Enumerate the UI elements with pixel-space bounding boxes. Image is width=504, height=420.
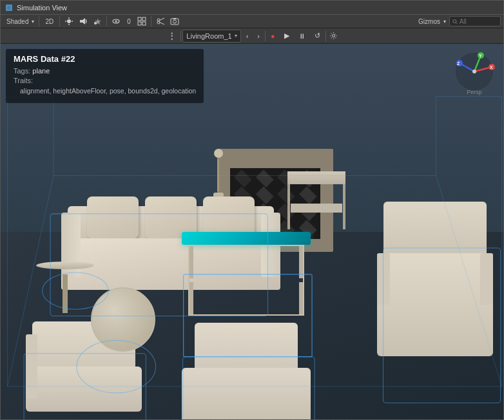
rs-arm-right bbox=[480, 253, 493, 305]
gizmo-axes-svg: Y X Z bbox=[452, 49, 497, 94]
bcc-body bbox=[182, 368, 311, 419]
t2-sep-3 bbox=[325, 31, 326, 41]
round-table bbox=[91, 287, 155, 352]
separator-1 bbox=[39, 16, 39, 26]
grid-btn[interactable] bbox=[135, 15, 148, 27]
coffee-table bbox=[182, 232, 311, 316]
svg-rect-14 bbox=[142, 22, 146, 25]
tags-value: plane bbox=[32, 67, 50, 75]
info-tags-row: Tags: plane bbox=[14, 67, 196, 75]
traits-label: Traits: bbox=[14, 77, 33, 84]
menu-btn[interactable]: ⋮ bbox=[164, 30, 179, 43]
2d-toggle-btn[interactable]: 2D bbox=[42, 15, 57, 27]
diamond-2 bbox=[256, 169, 273, 187]
svg-text:X: X bbox=[490, 65, 493, 70]
svg-rect-21 bbox=[173, 18, 176, 19]
svg-point-20 bbox=[173, 20, 176, 23]
search-box[interactable] bbox=[449, 16, 501, 26]
play-btn[interactable]: ▶ bbox=[280, 30, 293, 43]
info-panel: MARS Data #22 Tags: plane Traits: alignm… bbox=[6, 49, 204, 103]
settings-btn[interactable] bbox=[327, 30, 340, 43]
pause-btn[interactable]: ⏸ bbox=[295, 30, 309, 43]
t2-sep-1 bbox=[180, 31, 181, 41]
shading-dropdown[interactable]: Shaded bbox=[3, 15, 36, 27]
prev-scene-btn[interactable]: ‹ bbox=[242, 30, 253, 43]
separator-2 bbox=[59, 16, 60, 26]
svg-point-2 bbox=[67, 19, 71, 23]
top-toolbar: Shaded 2D bbox=[1, 14, 503, 28]
separator-4 bbox=[151, 16, 151, 26]
ct-leg-br bbox=[299, 282, 303, 314]
svg-point-10 bbox=[115, 21, 117, 23]
svg-rect-11 bbox=[138, 17, 141, 21]
cushion-1 bbox=[87, 196, 139, 238]
window-title: Simulation View bbox=[17, 4, 67, 12]
info-traits-value: alignment, heightAboveFloor, pose, bound… bbox=[14, 86, 196, 96]
right-sofa bbox=[377, 202, 493, 356]
next-scene-btn[interactable]: › bbox=[253, 30, 264, 43]
svg-point-24 bbox=[333, 35, 335, 37]
tags-label: Tags: bbox=[14, 67, 30, 75]
end-table-shelf bbox=[291, 204, 342, 213]
end-table-right bbox=[287, 171, 345, 229]
overlay-btn[interactable]: 0 bbox=[124, 15, 134, 27]
step-btn[interactable]: ↺ bbox=[311, 30, 324, 43]
side-table-leg bbox=[63, 274, 68, 313]
rs-arm-left bbox=[377, 253, 390, 305]
end-table-surface bbox=[287, 171, 345, 184]
t2-sep-2 bbox=[265, 31, 266, 41]
persp-label: Persp bbox=[467, 90, 482, 95]
svg-text:Y: Y bbox=[479, 53, 482, 58]
secondary-toolbar: ⋮ LivingRoom_1 ▾ ‹ › ● ▶ ⏸ ↺ bbox=[1, 28, 503, 44]
bc-arm-left bbox=[26, 334, 37, 399]
gizmos-btn[interactable]: Gizmos bbox=[415, 15, 448, 27]
diamond-1 bbox=[234, 169, 251, 187]
coffee-table-top bbox=[182, 232, 311, 245]
orientation-gizmo[interactable]: Y X Z Persp bbox=[452, 49, 497, 94]
separator-3 bbox=[106, 16, 107, 26]
svg-rect-19 bbox=[171, 19, 179, 24]
coffee-table-frame bbox=[188, 245, 304, 316]
scene-dropdown[interactable]: LivingRoom_1 ▾ bbox=[182, 30, 240, 43]
svg-text:Z: Z bbox=[457, 61, 460, 66]
camera-btn[interactable] bbox=[168, 15, 181, 27]
ct-leg-tr bbox=[299, 246, 303, 278]
bottom-chair-center bbox=[182, 316, 311, 419]
record-btn[interactable]: ● bbox=[267, 30, 279, 43]
svg-line-18 bbox=[159, 23, 164, 25]
side-table-top bbox=[36, 262, 94, 269]
audio-btn[interactable] bbox=[77, 15, 90, 27]
search-input[interactable] bbox=[460, 18, 498, 25]
visibility-btn[interactable] bbox=[110, 15, 122, 27]
ct-leg-bl bbox=[189, 282, 193, 314]
svg-line-17 bbox=[159, 18, 164, 21]
side-table-left bbox=[36, 262, 94, 313]
bc-body bbox=[26, 367, 142, 412]
svg-rect-13 bbox=[138, 22, 141, 25]
svg-point-1 bbox=[7, 6, 11, 10]
ct-leg-tl bbox=[189, 246, 193, 278]
lamp-head bbox=[214, 149, 223, 158]
window-icon bbox=[5, 3, 14, 12]
info-panel-title: MARS Data #22 bbox=[14, 54, 196, 64]
round-table-top bbox=[91, 287, 155, 352]
search-icon bbox=[452, 19, 458, 24]
svg-point-22 bbox=[453, 19, 456, 23]
info-traits-row: Traits: bbox=[14, 77, 196, 84]
svg-rect-12 bbox=[142, 17, 146, 21]
simulation-window: Simulation View Shaded 2D bbox=[0, 0, 504, 420]
viewport[interactable]: MARS Data #22 Tags: plane Traits: alignm… bbox=[1, 44, 503, 419]
svg-line-23 bbox=[456, 23, 458, 24]
effects-btn[interactable] bbox=[91, 15, 104, 27]
lighting-btn[interactable] bbox=[63, 15, 75, 27]
svg-point-42 bbox=[472, 70, 476, 73]
rs-body bbox=[377, 253, 493, 356]
title-bar: Simulation View bbox=[1, 1, 503, 14]
scissors-btn[interactable] bbox=[154, 15, 167, 27]
svg-marker-7 bbox=[80, 18, 85, 24]
